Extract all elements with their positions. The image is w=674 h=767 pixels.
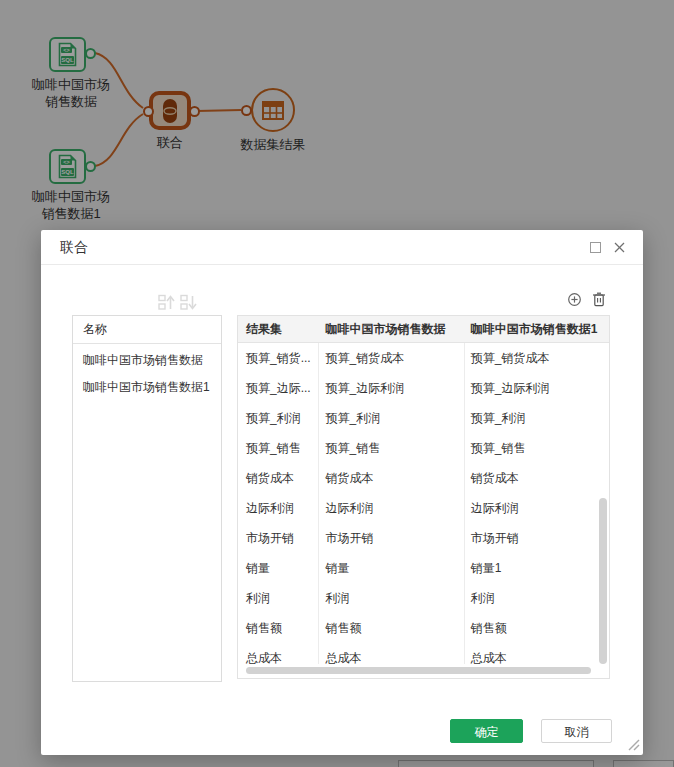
table-row[interactable]: 市场开销市场开销市场开销 [238, 523, 609, 553]
table-cell: 预算_销货... [238, 343, 318, 373]
table-cell: 销量 [318, 553, 463, 583]
table-cell: 市场开销 [463, 523, 609, 553]
table-row[interactable]: 预算_销售预算_销售预算_销售 [238, 433, 609, 463]
table-cell: 预算_边际利润 [463, 373, 609, 403]
table-cell: 预算_销售 [463, 433, 609, 463]
resize-handle[interactable] [625, 738, 641, 751]
union-dialog: 联合 [41, 230, 643, 755]
list-item[interactable]: 咖啡中国市场销售数据1 [73, 374, 221, 401]
table-cell: 预算_利润 [238, 403, 318, 433]
table-cell: 销货成本 [463, 463, 609, 493]
table-cell: 预算_利润 [318, 403, 463, 433]
trash-icon[interactable] [592, 291, 606, 307]
table-cell: 边际利润 [463, 493, 609, 523]
table-row[interactable]: 销货成本销货成本销货成本 [238, 463, 609, 493]
table-row[interactable]: 利润利润利润 [238, 583, 609, 613]
table-cell: 利润 [238, 583, 318, 613]
close-icon[interactable] [614, 242, 625, 253]
table-cell: 利润 [463, 583, 609, 613]
table-row[interactable]: 销售额销售额销售额 [238, 613, 609, 643]
table-cell: 预算_销货成本 [318, 343, 463, 373]
table-cell: 销售额 [463, 613, 609, 643]
table-row[interactable]: 边际利润边际利润边际利润 [238, 493, 609, 523]
table-header-row: 结果集 咖啡中国市场销售数据 咖啡中国市场销售数据1 [238, 316, 609, 343]
table-row[interactable]: 预算_销货...预算_销货成本预算_销货成本 [238, 343, 609, 373]
add-icon[interactable] [568, 293, 581, 306]
table-cell: 销量 [238, 553, 318, 583]
table-cell: 预算_销售 [318, 433, 463, 463]
table-cell: 预算_销售 [238, 433, 318, 463]
table-cell: 销售额 [238, 613, 318, 643]
table-cell: 销货成本 [318, 463, 463, 493]
table-cell: 边际利润 [318, 493, 463, 523]
ok-button[interactable]: 确定 [450, 719, 523, 743]
cancel-button[interactable]: 取消 [541, 719, 612, 743]
table-cell: 预算_边际利润 [318, 373, 463, 403]
vertical-scrollbar[interactable] [599, 498, 607, 664]
app-canvas: <> SQL 咖啡中国市场 销售数据 <> SQL 咖啡中国市场 销售数据1 联… [0, 0, 674, 767]
move-down-icon[interactable] [180, 294, 197, 311]
table-cell: 销量1 [463, 553, 609, 583]
dialog-title: 联合 [60, 230, 88, 265]
table-cell: 预算_销货成本 [463, 343, 609, 373]
maximize-icon[interactable] [590, 242, 601, 253]
table-cell: 销货成本 [238, 463, 318, 493]
table-row[interactable]: 预算_边际...预算_边际利润预算_边际利润 [238, 373, 609, 403]
table-row[interactable]: 销量销量销量1 [238, 553, 609, 583]
table-cell: 预算_利润 [463, 403, 609, 433]
column-divider [318, 343, 319, 664]
column-header: 结果集 [238, 316, 318, 342]
union-field-table: 结果集 咖啡中国市场销售数据 咖啡中国市场销售数据1 预算_销货...预算_销货… [237, 315, 610, 679]
column-header: 咖啡中国市场销售数据1 [463, 316, 609, 342]
dataset-panel: 名称 咖啡中国市场销售数据咖啡中国市场销售数据1 [72, 315, 222, 682]
table-cell: 销售额 [318, 613, 463, 643]
column-divider [464, 343, 465, 664]
move-up-icon[interactable] [158, 294, 175, 311]
union-table-body: 预算_销货...预算_销货成本预算_销货成本预算_边际...预算_边际利润预算_… [238, 343, 609, 673]
dataset-list: 咖啡中国市场销售数据咖啡中国市场销售数据1 [73, 347, 221, 401]
dataset-panel-header: 名称 [73, 316, 221, 344]
horizontal-scrollbar[interactable] [246, 667, 591, 674]
dialog-header: 联合 [41, 230, 643, 265]
column-header: 咖啡中国市场销售数据 [318, 316, 463, 342]
list-item[interactable]: 咖啡中国市场销售数据 [73, 347, 221, 374]
table-cell: 预算_边际... [238, 373, 318, 403]
table-cell: 边际利润 [238, 493, 318, 523]
table-cell: 利润 [318, 583, 463, 613]
table-cell: 市场开销 [238, 523, 318, 553]
table-cell: 市场开销 [318, 523, 463, 553]
table-row[interactable]: 预算_利润预算_利润预算_利润 [238, 403, 609, 433]
